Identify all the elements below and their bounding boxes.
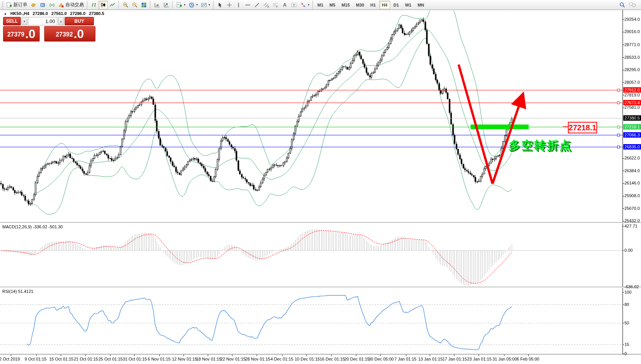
price-callout-box[interactable]: 27218.1 bbox=[568, 122, 597, 133]
price-axis-tick[interactable]: 28533.0 bbox=[624, 55, 641, 60]
time-axis-label[interactable]: 30 Dec 05:00 bbox=[369, 357, 394, 361]
periods-button[interactable]: ▾ bbox=[187, 1, 199, 9]
price-axis-tick[interactable]: 27819.0 bbox=[624, 93, 641, 97]
auto-trading-button[interactable]: 自动交易 bbox=[57, 1, 85, 9]
time-axis-label[interactable]: 25 Oct 01:15 bbox=[98, 357, 123, 361]
time-axis-label[interactable]: 12 Nov 01:15 bbox=[172, 357, 197, 361]
bar-chart-mode-button[interactable] bbox=[89, 1, 98, 9]
crosshair-tool-button[interactable] bbox=[225, 1, 234, 9]
timeframe-w1[interactable]: W1 bbox=[402, 1, 414, 9]
chart-shift-button[interactable] bbox=[162, 1, 171, 9]
candlestick-mode-button[interactable] bbox=[98, 1, 108, 9]
timeframe-d1[interactable]: D1 bbox=[391, 1, 402, 9]
timeframe-m30[interactable]: M30 bbox=[353, 1, 367, 9]
time-axis-label[interactable]: 20 Dec 01:15 bbox=[344, 357, 369, 361]
rsi-axis-tick[interactable]: 80 bbox=[624, 302, 641, 307]
macd-axis-tick[interactable]: -636.02 bbox=[624, 284, 641, 289]
macd-axis-tick[interactable]: 0.00 bbox=[624, 248, 641, 253]
templates-button[interactable]: ▾ bbox=[199, 1, 212, 9]
trendline-tool-button[interactable] bbox=[252, 1, 262, 9]
quote-open: 27286.0 bbox=[33, 11, 48, 16]
price-axis-tick[interactable]: 29254.0 bbox=[624, 17, 641, 22]
time-axis-label[interactable]: 2 Oct 2019 bbox=[0, 357, 20, 361]
price-axis-tick[interactable]: 28771.0 bbox=[624, 42, 641, 47]
volume-increase-button[interactable]: ▲ bbox=[58, 17, 64, 25]
search-icon[interactable] bbox=[619, 2, 626, 8]
toolbar-separator bbox=[312, 1, 313, 9]
time-axis-label[interactable]: 9 Oct 01:15 bbox=[25, 357, 47, 361]
rsi-axis-tick[interactable]: 100 bbox=[624, 290, 641, 294]
time-axis-label[interactable]: 18 Nov 01:15 bbox=[196, 357, 221, 361]
sell-button[interactable]: SELL bbox=[3, 17, 21, 25]
rsi-axis-tick[interactable]: 0 bbox=[624, 351, 641, 356]
timeframe-m5[interactable]: M5 bbox=[327, 1, 338, 9]
volume-input[interactable] bbox=[28, 17, 57, 25]
arrows-tool-button[interactable]: ▾ bbox=[299, 1, 311, 9]
time-axis-label[interactable]: 21 Oct 01:15 bbox=[74, 357, 98, 361]
text-label-tool-button[interactable]: T bbox=[289, 1, 299, 9]
horizontal-line-tool-button[interactable] bbox=[243, 1, 252, 9]
time-axis-label[interactable]: 16 Dec 01:15 bbox=[320, 357, 345, 361]
price-axis-tick[interactable]: 29016.0 bbox=[624, 29, 641, 34]
time-axis-label[interactable]: 13 Jan 01:15 bbox=[418, 357, 443, 361]
buy-price-display[interactable]: 27392 .0 bbox=[44, 26, 95, 42]
down-arrow[interactable] bbox=[459, 65, 492, 184]
sell-price-display[interactable]: 27379 .0 bbox=[3, 26, 40, 42]
timeframe-h4[interactable]: H4 bbox=[379, 1, 390, 9]
new-order-button[interactable]: 新订单 bbox=[5, 1, 29, 9]
line-chart-mode-button[interactable] bbox=[108, 1, 117, 9]
time-axis-label[interactable]: 23 Jan 01:15 bbox=[467, 357, 492, 361]
chat-icon[interactable] bbox=[629, 2, 637, 8]
time-axis-label[interactable]: 31 Jan 05:00 bbox=[492, 357, 517, 361]
text-tool-button[interactable]: A bbox=[280, 1, 289, 9]
time-axis-label[interactable]: 10 Dec 01:15 bbox=[295, 357, 320, 361]
timeframe-mn[interactable]: MN bbox=[415, 1, 427, 9]
time-axis-label[interactable]: 17 Jan 01:15 bbox=[442, 357, 467, 361]
time-axis-label[interactable]: 4 Dec 01:15 bbox=[270, 357, 293, 361]
time-axis-label[interactable]: 15 Oct 01:15 bbox=[49, 357, 73, 361]
rsi-axis-tick[interactable]: 15 bbox=[624, 342, 641, 347]
timeframe-m15[interactable]: M15 bbox=[339, 1, 352, 9]
price-axis-tick[interactable]: 26146.0 bbox=[624, 181, 641, 185]
pivot-annotation-text[interactable]: 多空转折点 bbox=[509, 138, 572, 153]
data-window-button[interactable] bbox=[38, 1, 47, 9]
price-axis-tick[interactable]: 28295.0 bbox=[624, 67, 641, 72]
auto-scroll-button[interactable] bbox=[152, 1, 162, 9]
timeframe-m1[interactable]: M1 bbox=[315, 1, 326, 9]
buy-button[interactable]: BUY bbox=[65, 17, 94, 25]
price-axis-tick[interactable]: 26622.0 bbox=[624, 156, 641, 160]
time-axis-label[interactable]: 31 Oct 01:15 bbox=[123, 357, 147, 361]
indicators-button[interactable]: ▾ bbox=[175, 1, 187, 9]
timeframe-h1[interactable]: H1 bbox=[367, 1, 378, 9]
zoom-in-button[interactable] bbox=[121, 1, 130, 9]
macd-axis-tick[interactable]: 427.71 bbox=[624, 224, 641, 228]
price-axis-tick[interactable]: 28057.0 bbox=[624, 80, 641, 85]
market-watch-button[interactable] bbox=[29, 1, 38, 9]
time-axis-label[interactable]: 22 Nov 01:15 bbox=[220, 357, 245, 361]
fibonacci-tool-button[interactable]: F bbox=[271, 1, 280, 9]
cursor-tool-button[interactable] bbox=[215, 1, 225, 9]
channel-tool-button[interactable]: E bbox=[262, 1, 271, 9]
zoom-out-button[interactable] bbox=[130, 1, 139, 9]
price-axis-tick[interactable]: 25908.0 bbox=[624, 193, 641, 198]
quote-bar[interactable]: ▲ HK50-,H4 27286.0 27561.0 27286.0 27380… bbox=[4, 11, 104, 16]
macd-rsi-divider[interactable] bbox=[0, 287, 641, 288]
text-icon: A bbox=[282, 2, 288, 8]
price-axis-tick[interactable]: 26384.0 bbox=[624, 168, 641, 173]
price-axis-tick[interactable]: 25670.0 bbox=[624, 206, 641, 211]
time-axis-label[interactable]: 6 Nov 01:15 bbox=[148, 357, 170, 361]
tile-windows-button[interactable] bbox=[139, 1, 149, 9]
time-axis-label[interactable]: 28 Nov 01:15 bbox=[245, 357, 270, 361]
trend-arrows[interactable] bbox=[0, 0, 641, 364]
price-axis-tick[interactable]: 27581.0 bbox=[624, 105, 641, 110]
time-axis-label[interactable]: 6 Feb 05:00 bbox=[517, 357, 539, 361]
signals-button[interactable] bbox=[47, 1, 57, 9]
vertical-line-tool-button[interactable] bbox=[234, 1, 243, 9]
collapse-triangle-icon[interactable]: ▲ bbox=[4, 12, 7, 15]
price-axis-tick[interactable]: 25432.0 bbox=[624, 218, 641, 223]
chart-macd-divider[interactable] bbox=[0, 222, 641, 223]
rsi-axis-tick[interactable]: 50 bbox=[624, 321, 641, 325]
volume-decrease-button[interactable]: ▼ bbox=[22, 17, 27, 25]
toolbar-grip[interactable] bbox=[2, 2, 3, 8]
time-axis-label[interactable]: 7 Jan 01:15 bbox=[394, 357, 417, 361]
